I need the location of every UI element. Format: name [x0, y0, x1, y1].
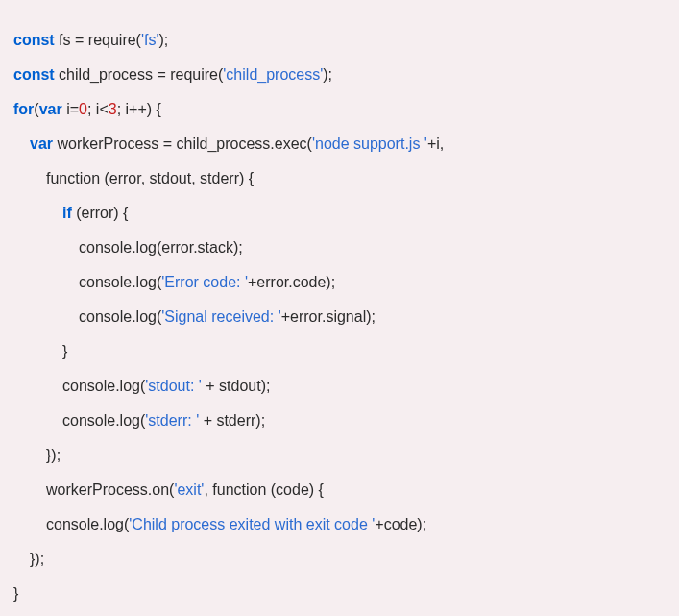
code-block: const fs = require('fs'); const child_pr… [13, 23, 666, 611]
number-literal: 0 [79, 101, 87, 117]
string-literal: 'node support.js ' [312, 136, 427, 152]
keyword-var: var [30, 136, 53, 152]
code-text: } [13, 585, 18, 602]
code-text: +error.code); [248, 274, 335, 290]
string-literal: 'stderr: ' [145, 412, 199, 429]
code-text: child_process = require( [55, 66, 224, 83]
code-text: }); [30, 551, 44, 567]
code-text: , function (code) { [204, 481, 324, 498]
code-line-14: workerProcess.on('exit', function (code)… [13, 473, 666, 507]
string-literal: 'exit' [174, 481, 204, 498]
code-text: } [62, 343, 67, 359]
code-text: + stderr); [199, 412, 265, 429]
string-literal: 'Signal received: ' [161, 308, 280, 325]
code-text: +error.signal); [281, 308, 376, 325]
code-text: (error) { [72, 205, 129, 221]
string-literal: 'Error code: ' [161, 274, 248, 290]
code-text: console.log(error.stack); [79, 239, 243, 256]
number-literal: 3 [109, 101, 117, 117]
code-line-7: console.log(error.stack); [13, 231, 666, 265]
code-line-16: }); [13, 542, 666, 577]
code-text: workerProcess.on( [46, 481, 174, 498]
code-text: ); [323, 66, 332, 83]
keyword-var: var [39, 101, 62, 117]
code-text: console.log( [62, 378, 145, 394]
code-line-8: console.log('Error code: '+error.code); [13, 265, 666, 300]
string-literal: 'Child process exited with exit code ' [129, 516, 375, 532]
code-line-4: var workerProcess = child_process.exec('… [13, 127, 666, 161]
code-line-13: }); [13, 438, 666, 473]
code-text: +code); [375, 516, 426, 532]
code-text: i= [62, 101, 79, 117]
code-text: console.log( [46, 516, 129, 532]
code-text: console.log( [62, 412, 145, 429]
code-text: function (error, stdout, stderr) { [46, 170, 254, 186]
code-line-11: console.log('stdout: ' + stdout); [13, 369, 666, 404]
string-literal: 'stdout: ' [145, 378, 202, 394]
keyword-const: const [13, 32, 55, 48]
code-line-12: console.log('stderr: ' + stderr); [13, 404, 666, 438]
code-text: }); [46, 447, 61, 463]
code-line-15: console.log('Child process exited with e… [13, 507, 666, 542]
code-text: fs = require( [55, 32, 141, 48]
code-line-9: console.log('Signal received: '+error.si… [13, 300, 666, 334]
code-text: ); [159, 32, 169, 48]
code-line-2: const child_process = require('child_pro… [13, 58, 666, 92]
keyword-if: if [62, 205, 72, 221]
code-text: workerProcess = child_process.exec( [53, 136, 312, 152]
code-line-17: } [13, 577, 666, 611]
keyword-for: for [13, 101, 34, 117]
code-line-5: function (error, stdout, stderr) { [13, 161, 666, 196]
code-text: + stdout); [202, 378, 271, 394]
code-line-1: const fs = require('fs'); [13, 23, 666, 58]
keyword-const: const [13, 66, 55, 83]
string-literal: 'fs' [141, 32, 159, 48]
string-literal: 'child_process' [223, 66, 323, 83]
code-text: ; i< [87, 101, 109, 117]
code-text: ; i++) { [117, 101, 161, 117]
code-line-6: if (error) { [13, 196, 666, 231]
code-text: console.log( [79, 274, 161, 290]
code-line-10: } [13, 334, 666, 369]
code-text: +i, [427, 136, 444, 152]
code-line-3: for(var i=0; i<3; i++) { [13, 92, 666, 127]
code-text: console.log( [79, 308, 161, 325]
